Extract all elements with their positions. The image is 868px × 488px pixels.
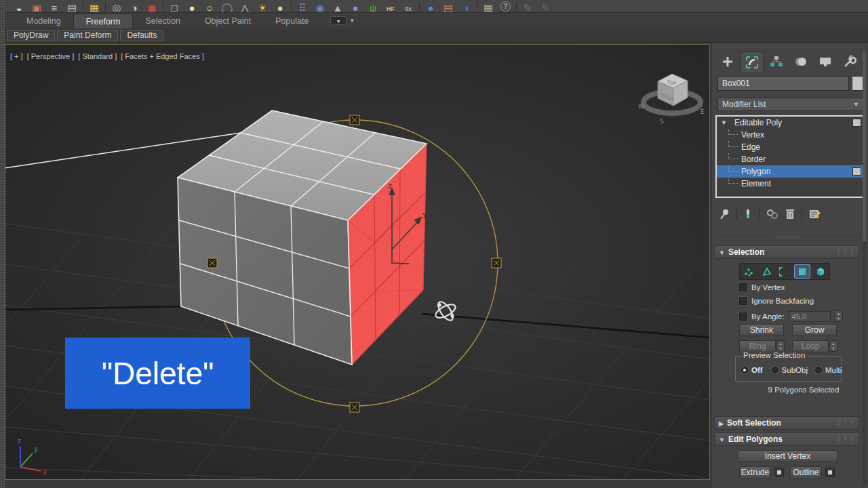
outline-button[interactable]: Outline — [790, 466, 822, 479]
stack-toggle-icon[interactable] — [852, 119, 861, 127]
insert-vertex-button[interactable]: Insert Vertex — [738, 450, 837, 462]
modifier-stack[interactable]: ▼ Editable Poly Vertex Edge Border Polyg… — [715, 115, 865, 198]
by-angle-spinner[interactable]: ▲▼ — [835, 310, 843, 322]
pin-stack-icon[interactable] — [719, 208, 730, 220]
curve-editor-icon[interactable]: ≡ — [45, 0, 63, 13]
subobject-border-button[interactable] — [776, 264, 793, 279]
tree-line — [728, 141, 738, 147]
stack-row-border[interactable]: Border — [717, 153, 863, 165]
wire-sphere-icon[interactable]: ◯ — [218, 0, 236, 13]
ox-icon[interactable]: 0x — [399, 0, 417, 13]
foliage-icon[interactable]: ψ — [364, 0, 382, 13]
outline-settings-button[interactable] — [825, 468, 835, 477]
mirror-icon[interactable]: ◉ — [311, 0, 329, 13]
panel-drag-handle[interactable] — [713, 45, 864, 49]
panel-scrollbar-thumb[interactable] — [863, 52, 866, 241]
stack-row-vertex[interactable]: Vertex — [717, 129, 863, 141]
sphere-blue-icon[interactable]: ● — [422, 0, 439, 13]
preview-subobj-radio[interactable] — [772, 367, 778, 373]
modifier-list-dropdown[interactable]: Modifier List ▼ — [717, 98, 864, 111]
viewport-menu-render-preset[interactable]: [ Standard ] — [78, 52, 117, 60]
sun-icon[interactable]: ☀ — [254, 0, 271, 13]
rollout-soft-selection-header[interactable]: ▶Soft Selection ⋮⋮⋮ — [714, 416, 859, 430]
stack-toggle-icon[interactable] — [852, 167, 861, 176]
light-oval-icon[interactable]: ○ — [201, 0, 218, 13]
help-icon[interactable]: ? — [500, 1, 511, 12]
make-unique-icon[interactable] — [766, 208, 778, 220]
paint-fill-icon[interactable]: ✎ — [536, 0, 554, 13]
stack-row-polygon[interactable]: Polygon — [717, 165, 863, 178]
panel-splitter[interactable] — [715, 235, 861, 239]
viewport-menu-pov[interactable]: [ Perspective ] — [27, 52, 75, 60]
by-angle-field[interactable]: 45,0 — [789, 311, 831, 322]
tab-motion[interactable] — [789, 52, 812, 72]
toolbar-dock-handle[interactable] — [0, 0, 5, 488]
configure-modifier-sets-icon[interactable] — [809, 208, 821, 220]
material-editor-icon[interactable]: ▣ — [28, 0, 45, 13]
rock-icon[interactable]: ● — [347, 0, 364, 13]
camera-icon[interactable]: ◎ — [108, 0, 125, 13]
motion-icon — [794, 55, 808, 68]
subtab-defaults[interactable]: Defaults — [120, 30, 163, 41]
preview-off-radio[interactable] — [741, 367, 748, 373]
subtab-polydraw[interactable]: PolyDraw — [7, 30, 55, 41]
preview-multi-radio[interactable] — [815, 367, 822, 373]
video-camera-icon[interactable]: ◼ — [143, 0, 161, 13]
tab-display[interactable] — [814, 52, 837, 72]
ribbon-tab-freeform[interactable]: Freeform — [73, 14, 134, 28]
rollout-selection-header[interactable]: ▼Selection ⋮⋮⋮ — [714, 245, 859, 259]
keyboard-override-icon[interactable]: ▦ — [85, 0, 103, 13]
ribbon-tab-populate[interactable]: Populate — [263, 14, 321, 28]
perspective-viewport[interactable]: z y TOP FRONT S W E z y — [5, 44, 710, 480]
grow-button[interactable]: Grow — [792, 324, 837, 336]
render-production-icon[interactable]: ▦ — [479, 0, 497, 13]
shrink-button[interactable]: Shrink — [739, 324, 784, 336]
subobject-element-button[interactable] — [812, 264, 829, 279]
ribbon-minimize-button[interactable]: ▼ ▼ — [330, 16, 355, 26]
subobject-polygon-button[interactable] — [794, 264, 810, 279]
by-angle-checkbox[interactable] — [739, 312, 747, 321]
rendered-frame-icon[interactable]: ◑ — [457, 0, 475, 13]
remove-modifier-icon[interactable] — [785, 208, 795, 220]
extrude-button[interactable]: Extrude — [739, 466, 771, 479]
subobject-vertex-button[interactable] — [741, 264, 757, 279]
tab-modify[interactable] — [741, 52, 764, 72]
shading-sphere-icon[interactable]: ◑ — [125, 0, 143, 13]
hair-fur-icon[interactable]: HF — [382, 0, 399, 13]
pylon-icon[interactable]: ▲ — [329, 0, 347, 13]
paint-brush-icon[interactable]: ✎ — [519, 0, 536, 13]
extrude-settings-button[interactable] — [774, 468, 784, 477]
collapse-arrow-icon[interactable]: ▼ — [721, 117, 727, 129]
panel-scrollbar[interactable] — [863, 52, 866, 485]
loop-spinner[interactable]: ▲▼ — [829, 340, 837, 352]
schematic-view-icon[interactable]: ▤ — [63, 0, 81, 13]
ignore-backfacing-checkbox[interactable] — [739, 297, 747, 305]
pale-sphere-icon[interactable]: ● — [271, 0, 289, 13]
rollout-edit-polygons-header[interactable]: ▼Edit Polygons ⋮⋮⋮ — [714, 432, 859, 446]
stack-row-edge[interactable]: Edge — [717, 141, 863, 153]
ring-spinner[interactable]: ▲▼ — [776, 340, 785, 352]
show-end-result-icon[interactable] — [744, 208, 752, 220]
snaps-toggle-icon[interactable]: ⠿ — [294, 0, 311, 13]
cone-icon[interactable]: △ — [236, 0, 254, 13]
viewport-menu-shading[interactable]: [ Facets + Edged Faces ] — [121, 52, 204, 60]
ribbon-tab-modeling[interactable]: Modeling — [14, 14, 73, 28]
by-vertex-checkbox[interactable] — [739, 283, 747, 291]
subobject-edge-button[interactable] — [759, 264, 775, 279]
ribbon-tab-object-paint[interactable]: Object Paint — [193, 14, 263, 28]
stack-row-element[interactable]: Element — [717, 178, 863, 190]
stack-row-editable-poly[interactable]: ▼ Editable Poly — [717, 117, 863, 129]
viewcube[interactable]: TOP FRONT S W E — [638, 74, 705, 125]
tab-utilities[interactable] — [838, 52, 861, 72]
main-toolbar: ◒ ▣ ≡ ▤ ▦ ◎ ◑ ◼ □ ● ○ ◯ △ ☀ ● ⠿ ◉ ▲ ● ψ … — [5, 0, 868, 13]
viewport-menu-general[interactable]: [ + ] — [10, 52, 23, 60]
light-square-icon[interactable]: □ — [165, 0, 183, 13]
teapot-icon[interactable]: ◒ — [10, 0, 28, 13]
object-name-field[interactable] — [717, 76, 849, 91]
render-setup-icon[interactable]: ▤ — [439, 0, 457, 13]
ribbon-tab-selection[interactable]: Selection — [133, 14, 192, 28]
tab-hierarchy[interactable] — [765, 52, 788, 72]
tab-create[interactable] — [716, 52, 739, 72]
light-blob-icon[interactable]: ● — [183, 0, 201, 13]
subtab-paint-deform[interactable]: Paint Deform — [57, 30, 118, 41]
